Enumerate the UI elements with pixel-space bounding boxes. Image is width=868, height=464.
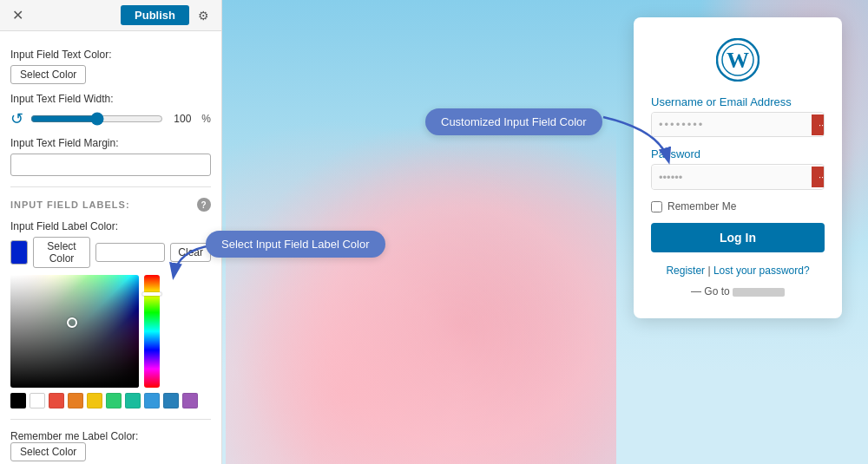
- username-input-row: ···: [651, 112, 825, 137]
- swatch-teal[interactable]: [125, 393, 141, 408]
- swatch-red[interactable]: [49, 393, 64, 408]
- password-input-row: ··· 👁: [651, 164, 825, 190]
- swatch-purple[interactable]: [182, 393, 198, 408]
- remember-row: Remember Me: [651, 200, 825, 212]
- goto-row: — Go to: [651, 285, 825, 297]
- percent-sign: %: [201, 113, 211, 125]
- tooltip-customized-color: Customized Input Field Color: [425, 108, 602, 135]
- tooltip-top-arrow: [599, 113, 677, 173]
- divider-1: [10, 186, 211, 187]
- goto-prefix: — Go to: [691, 285, 730, 297]
- select-text-color-button[interactable]: Select Color: [10, 65, 86, 84]
- wordpress-logo-svg: W: [716, 38, 760, 82]
- width-value: 100: [170, 113, 194, 125]
- black-overlay: [10, 275, 139, 388]
- tooltip-select-label-color: Select Input Field Label Color: [206, 231, 385, 258]
- label-color-label: Input Field Label Color:: [10, 220, 211, 232]
- swatch-black[interactable]: [10, 393, 26, 408]
- login-links: Register | Lost your password?: [651, 265, 825, 277]
- login-button[interactable]: Log In: [651, 223, 825, 252]
- text-color-label: Input Field Text Color:: [10, 49, 211, 61]
- username-icon: ···: [812, 114, 825, 135]
- swatch-yellow[interactable]: [87, 393, 102, 408]
- swatch-row: [10, 393, 211, 408]
- remember-checkbox[interactable]: [651, 201, 662, 212]
- divider-2: [10, 419, 211, 420]
- color-picker: [10, 275, 211, 388]
- picker-cursor: [67, 317, 77, 328]
- close-button[interactable]: ✕: [7, 5, 29, 25]
- publish-button[interactable]: Publish: [121, 5, 189, 25]
- width-label: Input Text Field Width:: [10, 93, 211, 105]
- hue-slider[interactable]: [144, 275, 160, 388]
- swatch-blue[interactable]: [144, 393, 160, 408]
- remember-color-label: Remember me Label Color:: [10, 430, 211, 442]
- customizer-panel: ✕ Publish ⚙ Input Field Text Color: Sele…: [0, 0, 222, 464]
- margin-label: Input Text Field Margin:: [10, 137, 211, 149]
- slider-reset-icon[interactable]: ↺: [10, 109, 23, 128]
- wp-logo: W: [651, 38, 825, 82]
- password-dots-icon: ···: [812, 167, 825, 187]
- select-label-color-button[interactable]: Select Color: [33, 237, 91, 268]
- hex-input[interactable]: #112cdb: [95, 243, 165, 262]
- register-link[interactable]: Register: [666, 265, 705, 277]
- width-slider[interactable]: [30, 112, 163, 126]
- svg-text:W: W: [727, 48, 749, 73]
- color-swatch[interactable]: [10, 240, 28, 265]
- lost-password-link[interactable]: Lost your password?: [713, 265, 810, 277]
- swatch-dark-blue[interactable]: [163, 393, 179, 408]
- panel-header: ✕ Publish ⚙: [0, 0, 221, 31]
- password-label: Password: [651, 147, 825, 160]
- gradient-picker[interactable]: [10, 275, 139, 388]
- margin-input[interactable]: 2px 6px 18px 0px: [10, 154, 211, 176]
- color-gradient[interactable]: [10, 275, 139, 388]
- swatch-white[interactable]: [30, 393, 45, 408]
- remember-me-label: Remember Me: [667, 200, 736, 212]
- branch-left: [226, 117, 616, 464]
- remember-color-button[interactable]: Select Color: [10, 442, 86, 461]
- username-label: Username or Email Address: [651, 95, 825, 108]
- section-title-labels: INPUT FIELD LABELS: ?: [10, 198, 211, 212]
- swatch-orange[interactable]: [68, 393, 83, 408]
- goto-site-name: [733, 288, 785, 297]
- swatch-green[interactable]: [106, 393, 122, 408]
- hue-cursor: [142, 292, 161, 296]
- width-slider-row: ↺ 100 %: [10, 109, 211, 128]
- settings-button[interactable]: ⚙: [193, 7, 214, 24]
- info-icon[interactable]: ?: [197, 198, 211, 212]
